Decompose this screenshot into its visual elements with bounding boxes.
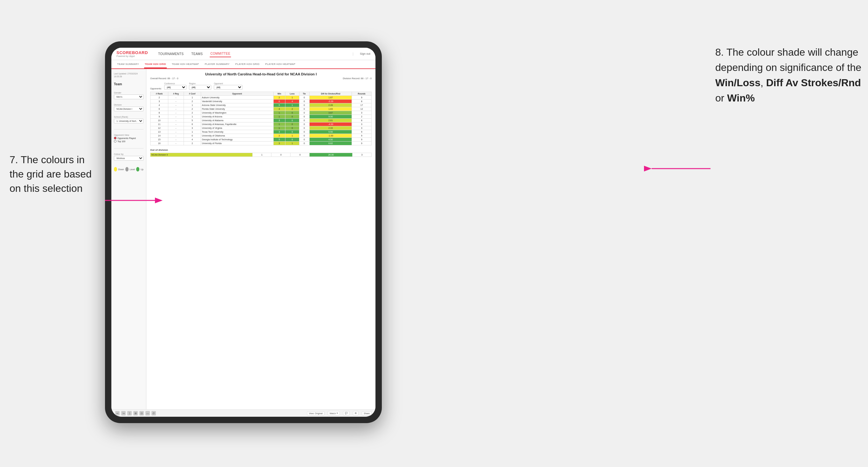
subnav-player-summary[interactable]: PLAYER SUMMARY bbox=[204, 61, 230, 68]
conference-filter-select[interactable]: (All) bbox=[164, 85, 186, 90]
school-select[interactable]: 1. University of Nort... bbox=[114, 119, 144, 123]
cell-reg: - bbox=[168, 107, 184, 111]
cell-diff: 1.67 bbox=[309, 96, 351, 100]
cell-conf: 1 bbox=[184, 96, 201, 100]
team-label: Team bbox=[114, 83, 144, 86]
conference-filter: Conference (All) bbox=[164, 83, 186, 90]
comment-btn[interactable]: 💬 bbox=[343, 411, 350, 415]
logo-sub: Powered by clippd bbox=[117, 55, 148, 57]
cell-win: 5 bbox=[273, 138, 285, 142]
nav-committee[interactable]: COMMITTEE bbox=[210, 51, 231, 57]
sub-nav: TEAM SUMMARY TEAM H2H GRID TEAM H2H HEAT… bbox=[111, 60, 375, 69]
gender-select[interactable]: Men's bbox=[114, 94, 144, 99]
subnav-team-h2h-grid[interactable]: TEAM H2H GRID bbox=[144, 61, 167, 68]
last-updated-text: Last Updated: 27/03/2024 16:55:38 bbox=[114, 72, 144, 78]
paste-icon[interactable]: ⊡ bbox=[140, 411, 144, 415]
share-label: Share bbox=[364, 412, 370, 414]
opponent-filter-select[interactable]: (All) bbox=[214, 85, 243, 90]
annotation-right-number: 8. bbox=[715, 46, 726, 58]
table-row: 6 - 2 Florida State University 4 2 0 1.8… bbox=[151, 107, 372, 111]
cell-loss: 0 bbox=[285, 115, 299, 119]
nav-tournaments[interactable]: TOURNAMENTS bbox=[157, 51, 184, 57]
cell-rounds: 9 bbox=[352, 134, 372, 138]
colour-by-select[interactable]: Win/loss bbox=[114, 156, 144, 161]
view-original-btn[interactable]: View: Original bbox=[307, 411, 324, 415]
tablet-frame: SCOREBOARD Powered by clippd TOURNAMENTS… bbox=[105, 41, 382, 423]
region-filter: Region (All) bbox=[189, 83, 211, 90]
nav-teams[interactable]: TEAMS bbox=[191, 51, 203, 57]
share-btn[interactable]: Share bbox=[362, 411, 372, 415]
division-select[interactable]: NCAA Division I bbox=[114, 106, 144, 111]
subnav-player-h2h-heatmap[interactable]: PLAYER H2H HEATMAP bbox=[265, 61, 296, 68]
legend-level-dot bbox=[125, 167, 128, 172]
subnav-team-h2h-heatmap[interactable]: TEAM H2H HEATMAP bbox=[171, 61, 200, 68]
legend-row: Down Level Up bbox=[114, 167, 144, 172]
radio-opponents-played[interactable]: Opponents Played bbox=[114, 137, 144, 139]
legend-level-label: Level bbox=[130, 168, 135, 170]
cell-win: 3 bbox=[273, 119, 285, 122]
undo-icon[interactable]: ↩ bbox=[115, 411, 120, 415]
cell-rounds: 9 bbox=[352, 142, 372, 145]
th-tie: Tie bbox=[299, 92, 309, 96]
tablet-screen: SCOREBOARD Powered by clippd TOURNAMENTS… bbox=[111, 48, 375, 417]
division-block: Division NCAA Division I bbox=[114, 104, 144, 111]
school-label: School (Rank) bbox=[114, 116, 144, 118]
legend-down-dot bbox=[114, 167, 117, 172]
annotation-left: 7. The colours in the grid are based on … bbox=[9, 153, 99, 195]
subnav-team-summary[interactable]: TEAM SUMMARY bbox=[117, 61, 140, 68]
cell-tie: 0 bbox=[299, 111, 309, 115]
last-updated-block: Last Updated: 27/03/2024 16:55:38 bbox=[114, 72, 144, 78]
radio-dot-empty bbox=[114, 140, 117, 143]
cell-tie: 0 bbox=[299, 134, 309, 138]
redo-icon[interactable]: ↪ bbox=[121, 411, 126, 415]
cell-conf: 3 bbox=[184, 126, 201, 130]
cell-rounds: 17 bbox=[352, 103, 372, 107]
overall-record: Overall Record: 89 - 17 - 0 bbox=[150, 77, 178, 80]
clock-icon[interactable]: ⏱ bbox=[151, 411, 156, 415]
crop-icon[interactable]: ⊞ bbox=[133, 411, 138, 415]
logo-text: SCOREBOARD bbox=[117, 50, 148, 55]
th-win: Win bbox=[273, 92, 285, 96]
watch-btn[interactable]: Watch ▾ bbox=[328, 411, 340, 415]
cell-diff: 1.83 bbox=[309, 107, 351, 111]
cell-rank: 11 bbox=[151, 122, 168, 126]
cell-win: 2 bbox=[273, 96, 285, 100]
cell-opponent: Georgia Institute of Technology bbox=[201, 138, 273, 142]
cell-reg: - bbox=[168, 96, 184, 100]
table-row: 14 - 0 University of Oklahoma 2 1 0 -1.0… bbox=[151, 134, 372, 138]
cell-rounds: 9 bbox=[352, 96, 372, 100]
cell-rank: 13 bbox=[151, 130, 168, 134]
cell-opponent: Texas Tech University bbox=[201, 130, 273, 134]
th-rank: # Rank bbox=[151, 92, 168, 96]
opponent-filter: Opponent (All) bbox=[214, 83, 243, 90]
cell-win: 0 bbox=[273, 100, 285, 103]
sidebar-divider-1 bbox=[114, 129, 144, 129]
sign-out-link[interactable]: Sign out bbox=[360, 52, 370, 55]
cell-rank: 14 bbox=[151, 134, 168, 138]
forward-icon[interactable]: ⟩ bbox=[127, 411, 132, 415]
cell-conf: 5 bbox=[184, 119, 201, 122]
school-block: School (Rank) 1. University of Nort... bbox=[114, 116, 144, 123]
ood-cell-diff: 26.00 bbox=[310, 153, 352, 157]
cell-rank: 9 bbox=[151, 115, 168, 119]
present-icon: ⊞ bbox=[355, 412, 357, 414]
subnav-player-h2h-grid[interactable]: PLAYER H2H GRID bbox=[235, 61, 260, 68]
region-filter-select[interactable]: (All) bbox=[189, 85, 211, 90]
cell-opponent: Florida State University bbox=[201, 107, 273, 111]
cell-diff: 2.33 bbox=[309, 126, 351, 130]
cell-opponent: University of Oklahoma bbox=[201, 134, 273, 138]
legend-up-dot bbox=[136, 167, 140, 172]
table-row: 9 - 1 University of Arizona 1 0 0 9.00 2 bbox=[151, 115, 372, 119]
present-btn[interactable]: ⊞ bbox=[353, 411, 359, 415]
cell-win: 1 bbox=[273, 111, 285, 115]
cell-rounds: 12 bbox=[352, 107, 372, 111]
cell-loss: 0 bbox=[285, 130, 299, 134]
cell-rounds: 8 bbox=[352, 119, 372, 122]
cell-opponent: Vanderbilt University bbox=[201, 100, 273, 103]
radio-top100[interactable]: Top 100 bbox=[114, 140, 144, 143]
cell-conf: 2 bbox=[184, 111, 201, 115]
cell-reg: - bbox=[168, 119, 184, 122]
cell-win: 3 bbox=[273, 130, 285, 134]
cell-loss: 1 bbox=[285, 103, 299, 107]
cell-opponent: University of Alabama bbox=[201, 119, 273, 122]
